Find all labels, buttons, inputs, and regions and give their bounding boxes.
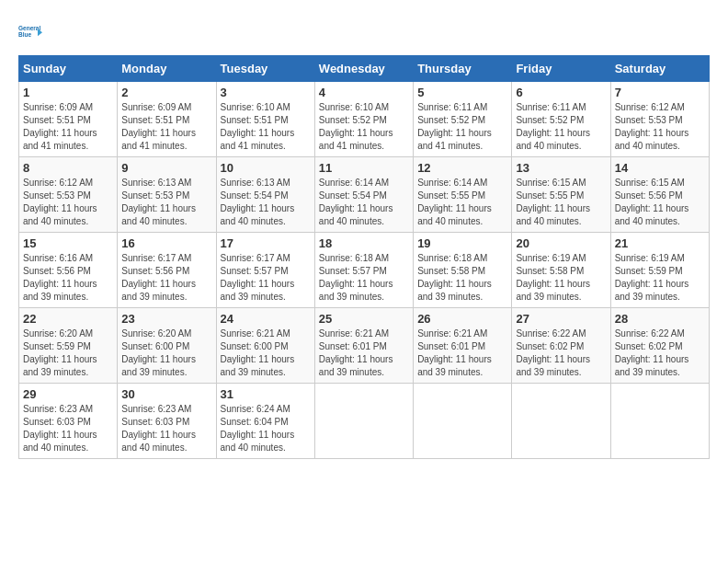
- day-number: 4: [319, 86, 409, 99]
- day-cell: 28 Sunrise: 6:22 AM Sunset: 6:02 PM Dayl…: [610, 308, 709, 384]
- day-cell: [512, 384, 610, 459]
- header-sunday: Sunday: [19, 56, 118, 82]
- day-info: Sunrise: 6:15 AM Sunset: 5:56 PM Dayligh…: [615, 177, 705, 228]
- day-number: 25: [319, 312, 409, 326]
- day-info: Sunrise: 6:13 AM Sunset: 5:54 PM Dayligh…: [221, 177, 311, 228]
- day-cell: [414, 384, 512, 459]
- day-cell: 7 Sunrise: 6:12 AM Sunset: 5:53 PM Dayli…: [610, 82, 709, 157]
- day-info: Sunrise: 6:10 AM Sunset: 5:51 PM Dayligh…: [221, 101, 311, 153]
- day-cell: 16 Sunrise: 6:17 AM Sunset: 5:56 PM Dayl…: [118, 233, 216, 308]
- day-number: 18: [319, 236, 409, 250]
- day-cell: 12 Sunrise: 6:14 AM Sunset: 5:55 PM Dayl…: [414, 157, 512, 233]
- day-cell: 19 Sunrise: 6:18 AM Sunset: 5:58 PM Dayl…: [414, 233, 512, 308]
- day-number: 11: [319, 161, 409, 175]
- header-saturday: Saturday: [610, 56, 709, 82]
- day-info: Sunrise: 6:20 AM Sunset: 6:00 PM Dayligh…: [121, 327, 211, 379]
- day-info: Sunrise: 6:15 AM Sunset: 5:55 PM Dayligh…: [516, 177, 606, 228]
- day-cell: 2 Sunrise: 6:09 AM Sunset: 5:51 PM Dayli…: [118, 82, 216, 157]
- day-number: 5: [417, 86, 507, 99]
- day-number: 9: [121, 161, 211, 175]
- day-number: 7: [615, 86, 705, 99]
- day-info: Sunrise: 6:20 AM Sunset: 5:59 PM Dayligh…: [23, 327, 113, 379]
- day-cell: 11 Sunrise: 6:14 AM Sunset: 5:54 PM Dayl…: [314, 157, 413, 233]
- day-info: Sunrise: 6:21 AM Sunset: 6:00 PM Dayligh…: [221, 327, 311, 379]
- header-monday: Monday: [118, 56, 216, 82]
- day-number: 28: [615, 312, 705, 326]
- day-cell: 27 Sunrise: 6:22 AM Sunset: 6:02 PM Dayl…: [512, 308, 610, 384]
- header-friday: Friday: [512, 56, 610, 82]
- day-cell: 21 Sunrise: 6:19 AM Sunset: 5:59 PM Dayl…: [610, 233, 709, 308]
- day-info: Sunrise: 6:12 AM Sunset: 5:53 PM Dayligh…: [23, 177, 113, 228]
- day-cell: 5 Sunrise: 6:11 AM Sunset: 5:52 PM Dayli…: [414, 82, 512, 157]
- week-row-5: 29 Sunrise: 6:23 AM Sunset: 6:03 PM Dayl…: [19, 384, 710, 459]
- day-cell: 23 Sunrise: 6:20 AM Sunset: 6:00 PM Dayl…: [118, 308, 216, 384]
- day-info: Sunrise: 6:23 AM Sunset: 6:03 PM Dayligh…: [23, 403, 113, 454]
- day-info: Sunrise: 6:18 AM Sunset: 5:57 PM Dayligh…: [319, 252, 409, 304]
- day-number: 26: [417, 312, 507, 326]
- day-number: 15: [23, 236, 113, 250]
- week-row-2: 8 Sunrise: 6:12 AM Sunset: 5:53 PM Dayli…: [19, 157, 710, 233]
- day-cell: 20 Sunrise: 6:19 AM Sunset: 5:58 PM Dayl…: [512, 233, 610, 308]
- day-number: 1: [23, 86, 113, 99]
- day-cell: 22 Sunrise: 6:20 AM Sunset: 5:59 PM Dayl…: [19, 308, 118, 384]
- day-info: Sunrise: 6:22 AM Sunset: 6:02 PM Dayligh…: [615, 327, 705, 379]
- day-cell: 10 Sunrise: 6:13 AM Sunset: 5:54 PM Dayl…: [216, 157, 314, 233]
- day-info: Sunrise: 6:16 AM Sunset: 5:56 PM Dayligh…: [23, 252, 113, 304]
- day-number: 13: [516, 161, 606, 175]
- day-cell: 18 Sunrise: 6:18 AM Sunset: 5:57 PM Dayl…: [314, 233, 413, 308]
- day-info: Sunrise: 6:21 AM Sunset: 6:01 PM Dayligh…: [417, 327, 507, 379]
- day-number: 8: [23, 161, 113, 175]
- day-cell: 26 Sunrise: 6:21 AM Sunset: 6:01 PM Dayl…: [414, 308, 512, 384]
- day-cell: 25 Sunrise: 6:21 AM Sunset: 6:01 PM Dayl…: [314, 308, 413, 384]
- week-row-1: 1 Sunrise: 6:09 AM Sunset: 5:51 PM Dayli…: [19, 82, 710, 157]
- day-number: 21: [615, 236, 705, 250]
- day-cell: 13 Sunrise: 6:15 AM Sunset: 5:55 PM Dayl…: [512, 157, 610, 233]
- logo: GeneralBlue: [18, 18, 50, 46]
- day-info: Sunrise: 6:13 AM Sunset: 5:53 PM Dayligh…: [121, 177, 211, 228]
- day-info: Sunrise: 6:22 AM Sunset: 6:02 PM Dayligh…: [516, 327, 606, 379]
- header-thursday: Thursday: [414, 56, 512, 82]
- day-cell: 15 Sunrise: 6:16 AM Sunset: 5:56 PM Dayl…: [19, 233, 118, 308]
- day-number: 19: [417, 236, 507, 250]
- day-cell: [610, 384, 709, 459]
- day-cell: 14 Sunrise: 6:15 AM Sunset: 5:56 PM Dayl…: [610, 157, 709, 233]
- day-info: Sunrise: 6:21 AM Sunset: 6:01 PM Dayligh…: [319, 327, 409, 379]
- day-number: 6: [516, 86, 606, 99]
- day-info: Sunrise: 6:10 AM Sunset: 5:52 PM Dayligh…: [319, 101, 409, 153]
- day-info: Sunrise: 6:17 AM Sunset: 5:57 PM Dayligh…: [221, 252, 311, 304]
- header: GeneralBlue: [18, 18, 710, 46]
- day-info: Sunrise: 6:14 AM Sunset: 5:54 PM Dayligh…: [319, 177, 409, 228]
- day-number: 29: [23, 387, 113, 401]
- day-cell: 4 Sunrise: 6:10 AM Sunset: 5:52 PM Dayli…: [314, 82, 413, 157]
- day-cell: 6 Sunrise: 6:11 AM Sunset: 5:52 PM Dayli…: [512, 82, 610, 157]
- day-number: 23: [121, 312, 211, 326]
- day-info: Sunrise: 6:24 AM Sunset: 6:04 PM Dayligh…: [221, 403, 311, 454]
- day-cell: 30 Sunrise: 6:23 AM Sunset: 6:03 PM Dayl…: [118, 384, 216, 459]
- day-cell: 24 Sunrise: 6:21 AM Sunset: 6:00 PM Dayl…: [216, 308, 314, 384]
- day-number: 20: [516, 236, 606, 250]
- day-number: 22: [23, 312, 113, 326]
- logo-icon: GeneralBlue: [18, 18, 46, 46]
- day-cell: 8 Sunrise: 6:12 AM Sunset: 5:53 PM Dayli…: [19, 157, 118, 233]
- day-cell: 29 Sunrise: 6:23 AM Sunset: 6:03 PM Dayl…: [19, 384, 118, 459]
- day-number: 30: [121, 387, 211, 401]
- day-info: Sunrise: 6:17 AM Sunset: 5:56 PM Dayligh…: [121, 252, 211, 304]
- day-number: 27: [516, 312, 606, 326]
- day-cell: 31 Sunrise: 6:24 AM Sunset: 6:04 PM Dayl…: [216, 384, 314, 459]
- day-info: Sunrise: 6:18 AM Sunset: 5:58 PM Dayligh…: [417, 252, 507, 304]
- week-row-4: 22 Sunrise: 6:20 AM Sunset: 5:59 PM Dayl…: [19, 308, 710, 384]
- day-info: Sunrise: 6:14 AM Sunset: 5:55 PM Dayligh…: [417, 177, 507, 228]
- day-info: Sunrise: 6:19 AM Sunset: 5:58 PM Dayligh…: [516, 252, 606, 304]
- day-number: 12: [417, 161, 507, 175]
- day-info: Sunrise: 6:11 AM Sunset: 5:52 PM Dayligh…: [417, 101, 507, 153]
- header-wednesday: Wednesday: [314, 56, 413, 82]
- day-cell: 1 Sunrise: 6:09 AM Sunset: 5:51 PM Dayli…: [19, 82, 118, 157]
- day-info: Sunrise: 6:19 AM Sunset: 5:59 PM Dayligh…: [615, 252, 705, 304]
- day-number: 2: [121, 86, 211, 99]
- day-info: Sunrise: 6:23 AM Sunset: 6:03 PM Dayligh…: [121, 403, 211, 454]
- day-cell: 3 Sunrise: 6:10 AM Sunset: 5:51 PM Dayli…: [216, 82, 314, 157]
- day-info: Sunrise: 6:09 AM Sunset: 5:51 PM Dayligh…: [23, 101, 113, 153]
- svg-text:General: General: [18, 25, 40, 31]
- week-row-3: 15 Sunrise: 6:16 AM Sunset: 5:56 PM Dayl…: [19, 233, 710, 308]
- day-number: 3: [221, 86, 311, 99]
